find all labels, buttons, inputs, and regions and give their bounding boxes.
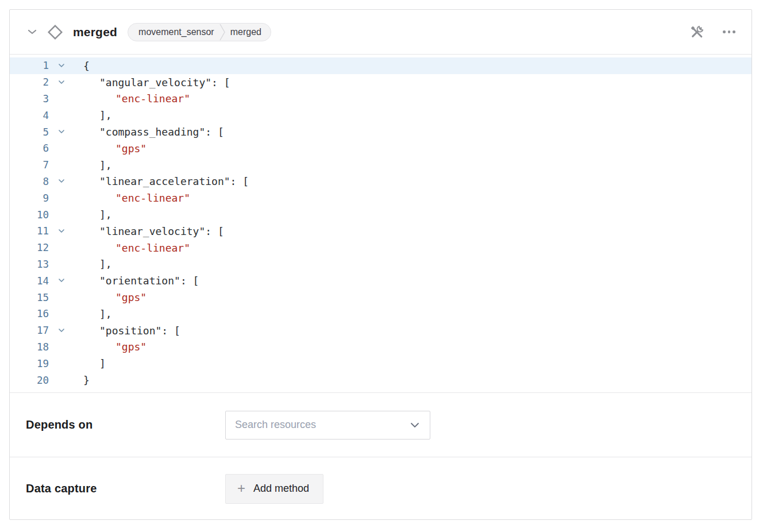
- code-text: ]: [74, 357, 106, 369]
- component-type-diamond-icon: [45, 22, 65, 42]
- tools-icon[interactable]: [688, 24, 706, 41]
- code-line[interactable]: 2"angular_velocity": [: [10, 74, 752, 91]
- code-line[interactable]: 20}: [10, 372, 752, 388]
- line-number: 16: [10, 308, 49, 319]
- code-lines: 1{2"angular_velocity": [3"enc-linear"4],…: [10, 57, 752, 388]
- line-number: 2: [10, 76, 49, 88]
- code-text: ],: [74, 209, 112, 221]
- code-line[interactable]: 19]: [10, 355, 752, 372]
- line-number: 7: [10, 159, 49, 171]
- line-number: 9: [10, 192, 49, 204]
- code-line[interactable]: 11"linear_velocity": [: [10, 223, 752, 240]
- code-text: "linear_velocity": [: [74, 225, 224, 237]
- fold-chevron-icon[interactable]: [49, 63, 74, 68]
- line-number: 8: [10, 176, 49, 187]
- code-text: ],: [74, 308, 112, 320]
- line-number: 14: [10, 275, 49, 287]
- fold-chevron-icon[interactable]: [49, 80, 74, 85]
- code-text: {: [74, 60, 90, 72]
- code-text: "enc-linear": [74, 92, 190, 105]
- line-number: 1: [10, 60, 49, 71]
- chevron-down-icon: [410, 422, 419, 428]
- code-line[interactable]: 8"linear_acceleration": [: [10, 174, 752, 190]
- code-text: "enc-linear": [74, 242, 190, 254]
- data-capture-section: Data capture + Add method: [10, 457, 752, 520]
- breadcrumb-name: merged: [230, 27, 261, 37]
- depends-on-label: Depends on: [26, 418, 225, 431]
- line-number: 10: [10, 209, 49, 221]
- fold-chevron-icon[interactable]: [49, 179, 74, 184]
- fold-chevron-icon[interactable]: [49, 229, 74, 234]
- component-title: merged: [73, 25, 117, 39]
- code-line[interactable]: 6"gps": [10, 140, 752, 157]
- code-line[interactable]: 1{: [10, 57, 752, 74]
- code-line[interactable]: 10],: [10, 206, 752, 223]
- add-method-label: Add method: [253, 483, 309, 495]
- code-line[interactable]: 3"enc-linear": [10, 91, 752, 107]
- line-number: 11: [10, 225, 49, 237]
- code-text: "enc-linear": [74, 192, 190, 204]
- code-text: ],: [74, 109, 112, 121]
- line-number: 15: [10, 292, 49, 303]
- collapse-chevron-icon[interactable]: [25, 25, 40, 40]
- line-number: 17: [10, 325, 49, 336]
- code-text: "compass_heading": [: [74, 126, 224, 138]
- code-line[interactable]: 5"compass_heading": [: [10, 124, 752, 140]
- line-number: 4: [10, 110, 49, 121]
- fold-chevron-icon[interactable]: [49, 328, 74, 333]
- code-text: ],: [74, 258, 112, 270]
- code-text: }: [74, 374, 90, 386]
- code-line[interactable]: 18"gps": [10, 339, 752, 356]
- line-number: 3: [10, 93, 49, 105]
- code-line[interactable]: 13],: [10, 256, 752, 273]
- breadcrumb-separator-icon: [219, 24, 226, 41]
- code-line[interactable]: 15"gps": [10, 289, 752, 306]
- code-line[interactable]: 4],: [10, 107, 752, 124]
- line-number: 12: [10, 242, 49, 253]
- code-line[interactable]: 16],: [10, 306, 752, 322]
- line-number: 13: [10, 259, 49, 270]
- line-number: 20: [10, 375, 49, 386]
- plus-icon: +: [237, 481, 245, 495]
- add-method-button[interactable]: + Add method: [225, 474, 323, 504]
- json-editor[interactable]: 1{2"angular_velocity": [3"enc-linear"4],…: [10, 55, 752, 393]
- breadcrumb-type: movement_sensor: [138, 27, 214, 37]
- line-number: 6: [10, 142, 49, 154]
- code-line[interactable]: 12"enc-linear": [10, 240, 752, 256]
- line-number: 18: [10, 341, 49, 353]
- code-text: "position": [: [74, 325, 180, 337]
- data-capture-label: Data capture: [26, 482, 225, 495]
- depends-on-placeholder: Search resources: [235, 419, 316, 431]
- code-text: "gps": [74, 341, 147, 353]
- code-text: ],: [74, 159, 112, 171]
- code-line[interactable]: 14"orientation": [: [10, 272, 752, 289]
- depends-on-select[interactable]: Search resources: [225, 411, 430, 440]
- line-number: 5: [10, 126, 49, 138]
- code-text: "gps": [74, 291, 147, 303]
- depends-on-section: Depends on Search resources: [10, 393, 752, 457]
- code-text: "orientation": [: [74, 275, 199, 287]
- breadcrumb: movement_sensor merged: [128, 23, 271, 41]
- fold-chevron-icon[interactable]: [49, 129, 74, 134]
- fold-chevron-icon[interactable]: [49, 278, 74, 283]
- code-text: "linear_acceleration": [: [74, 175, 249, 187]
- code-line[interactable]: 7],: [10, 157, 752, 174]
- component-card: merged movement_sensor merged 1{2"angula…: [9, 9, 752, 520]
- ellipsis-menu-icon[interactable]: [720, 24, 738, 41]
- line-number: 19: [10, 358, 49, 369]
- code-text: "angular_velocity": [: [74, 76, 230, 88]
- code-line[interactable]: 17"position": [: [10, 322, 752, 339]
- code-text: "gps": [74, 142, 147, 155]
- code-line[interactable]: 9"enc-linear": [10, 190, 752, 206]
- card-header: merged movement_sensor merged: [10, 10, 752, 55]
